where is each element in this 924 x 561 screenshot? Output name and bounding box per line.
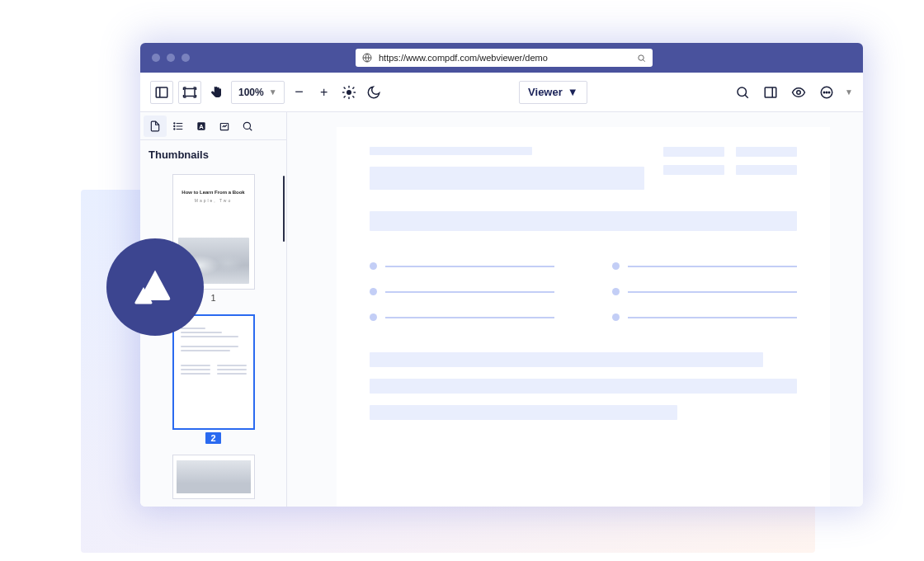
svg-point-23 [738,87,747,97]
document-viewport[interactable] [287,112,863,507]
dark-mode-button[interactable] [364,81,384,104]
svg-line-19 [344,87,345,88]
sidebar-tab-stamps[interactable] [213,116,236,137]
svg-rect-25 [765,87,776,97]
svg-point-31 [828,92,830,93]
chevron-down-icon: ▼ [269,87,277,97]
svg-point-29 [823,92,825,93]
maximize-dot[interactable] [182,54,190,62]
svg-rect-3 [156,87,167,97]
thumbnail-item[interactable]: 2 [172,314,255,446]
thumb1-subtitle: Maple, Two [173,195,254,203]
sidebar-tab-annotations[interactable]: A [190,116,213,137]
url-text: https://www.compdf.com/webviewer/demo [379,53,630,63]
window-controls [152,54,190,62]
chevron-down-icon: ▼ [568,86,578,98]
svg-line-42 [249,128,252,130]
globe-icon [362,53,372,63]
visibility-button[interactable] [789,81,808,104]
svg-line-20 [352,96,353,97]
svg-line-2 [643,59,644,61]
more-options-button[interactable] [817,81,837,104]
mode-label: Viewer [528,86,563,98]
url-bar[interactable]: https://www.compdf.com/webviewer/demo [356,49,653,67]
thumb3-image [177,460,251,493]
svg-point-37 [174,128,175,129]
titlebar: https://www.compdf.com/webviewer/demo [140,43,863,73]
sidebar-scrollbar[interactable] [283,176,285,242]
search-button[interactable] [733,81,752,104]
zoom-select[interactable]: 100% ▼ [231,81,285,104]
brand-badge [106,238,204,336]
thumb1-title: How to Learn From a Book [173,175,254,195]
thumb-page-number: 2 [205,432,220,444]
thumbnail-list: How to Learn From a Book Maple, Two 1 [140,166,286,507]
svg-point-27 [797,90,801,94]
svg-text:A: A [199,122,204,130]
close-dot[interactable] [152,54,160,62]
url-search-icon[interactable] [637,54,646,63]
sidebar-title: Thumbnails [140,140,286,166]
main-toolbar: 100% ▼ − + Viewer ▼ [140,73,863,112]
sidebar-tab-thumbnails[interactable] [144,116,167,137]
hand-tool-button[interactable] [206,81,226,104]
zoom-in-button[interactable]: + [314,81,334,104]
svg-point-14 [346,90,351,95]
app-body: A Thumbnails How to Learn From a Book Ma… [140,112,863,507]
svg-point-41 [243,122,250,129]
svg-line-21 [352,87,353,88]
thumb-page-number: 1 [210,293,215,303]
svg-line-24 [745,95,748,98]
svg-point-36 [174,125,175,126]
toggle-sidebar-button[interactable] [150,81,173,104]
svg-point-35 [174,122,175,123]
chevron-down-icon: ▼ [845,87,853,97]
sidebar-tab-outline[interactable] [167,116,190,137]
svg-point-30 [826,92,827,93]
mountain-logo-icon [129,261,182,314]
zoom-out-button[interactable]: − [290,81,309,104]
thumbnail-item[interactable] [172,455,255,499]
right-panel-button[interactable] [761,81,780,104]
minimize-dot[interactable] [167,54,175,62]
svg-line-22 [344,96,345,97]
fullscreen-button[interactable] [178,81,201,104]
svg-point-1 [639,54,644,59]
zoom-label: 100% [238,87,264,98]
browser-window: https://www.compdf.com/webviewer/demo 10… [140,43,863,507]
view-mode-select[interactable]: Viewer ▼ [519,81,587,104]
svg-rect-5 [185,88,195,96]
page-content [337,127,830,507]
sidebar-tabs: A [140,112,286,140]
sidebar-tab-search[interactable] [236,116,259,137]
brightness-button[interactable] [339,81,359,104]
